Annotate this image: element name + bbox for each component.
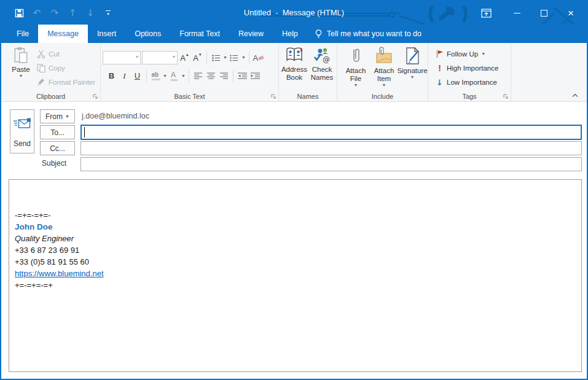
tab-help[interactable]: Help (273, 25, 307, 43)
title-bar: ↶ ↷ ↑ ↓ ▾ Untitled - Message (HTML) × (1, 1, 587, 25)
down-arrow-icon: ↓ (436, 78, 444, 87)
from-button[interactable]: From ▼ (40, 109, 75, 123)
chevron-down-icon[interactable]: ▼ (163, 74, 167, 79)
signature-icon (404, 47, 421, 65)
message-body-editor[interactable]: -=+=-=+=- John Doe Quality Engineer +33 … (9, 179, 582, 372)
ribbon-tab-bar: File Message Insert Options Format Text … (1, 25, 587, 43)
paste-label: Paste (12, 66, 29, 74)
cut-button[interactable]: Cut (37, 48, 60, 60)
signature-website-link[interactable]: https://www.bluemind.net (15, 269, 104, 278)
tell-me-search[interactable]: Tell me what you want to do (307, 25, 429, 43)
to-input[interactable] (80, 125, 582, 140)
cc-button[interactable]: Cc... (40, 141, 75, 155)
chevron-down-icon[interactable]: ▼ (241, 55, 246, 60)
copy-icon (37, 64, 45, 72)
attach-item-label-line2: Item (377, 75, 391, 83)
clear-formatting-button[interactable]: A (253, 52, 264, 64)
check-names-icon: @ (313, 47, 331, 64)
signature-separator-top: -=+=-=+=- (15, 209, 581, 221)
check-names-button[interactable]: @ Check Names (308, 47, 335, 82)
align-center-button[interactable] (205, 69, 217, 82)
separator (206, 52, 207, 64)
send-button[interactable]: Send (10, 109, 34, 153)
attach-file-button[interactable]: Attach File ▼ (342, 47, 369, 88)
font-color-button[interactable]: A (168, 69, 180, 82)
attach-item-button[interactable]: Attach Item ▼ (370, 47, 398, 88)
close-button[interactable]: × (557, 1, 584, 25)
include-group-label: Include (337, 93, 428, 100)
decrease-indent-button[interactable] (237, 69, 248, 82)
format-painter-button[interactable]: Format Painter (37, 76, 95, 88)
close-icon: × (568, 8, 574, 18)
copy-button[interactable]: Copy (37, 62, 65, 74)
follow-up-label: Follow Up (447, 50, 478, 58)
ribbon-display-options-icon (481, 9, 492, 18)
tab-message[interactable]: Message (38, 25, 88, 43)
ribbon-display-options-button[interactable] (474, 1, 498, 25)
signature-name: John Doe (15, 221, 581, 233)
ribbon: Paste ▼ Cut Copy (1, 43, 587, 102)
bullets-button[interactable] (210, 52, 222, 64)
tab-insert[interactable]: Insert (88, 25, 125, 43)
bullets-icon (212, 55, 221, 61)
cut-icon (37, 50, 45, 58)
align-left-button[interactable] (192, 69, 204, 82)
group-include: Attach File ▼ Attach Item ▼ (337, 43, 428, 101)
italic-button[interactable]: I (119, 69, 130, 82)
clipboard-group-label: Clipboard (1, 93, 100, 100)
chevron-down-icon: ▼ (481, 52, 485, 56)
cc-label: Cc... (50, 144, 65, 153)
tab-options[interactable]: Options (125, 25, 170, 43)
high-importance-button[interactable]: ! High Importance (436, 62, 498, 74)
increase-indent-icon (251, 72, 260, 79)
group-clipboard: Paste ▼ Cut Copy (1, 43, 101, 101)
collapse-ribbon-button[interactable] (571, 93, 579, 98)
follow-up-button[interactable]: Follow Up ▼ (436, 48, 485, 60)
basic-text-dialog-launcher[interactable] (270, 93, 276, 99)
maximize-icon (541, 10, 547, 17)
tags-dialog-launcher[interactable] (503, 93, 509, 99)
font-size-combo[interactable]: ▾ (142, 51, 178, 64)
bold-button[interactable]: B (106, 69, 117, 82)
font-name-combo[interactable]: ▾ (103, 51, 141, 64)
signature-button[interactable]: Signature ▼ (398, 47, 427, 80)
tab-format-text[interactable]: Format Text (170, 25, 229, 43)
tab-file[interactable]: File (7, 25, 38, 43)
chevron-down-icon: ▼ (382, 83, 386, 88)
paste-icon (13, 47, 29, 64)
address-book-button[interactable]: Address Book (281, 47, 308, 82)
format-painter-label: Format Painter (49, 79, 95, 86)
minimize-button[interactable] (503, 1, 530, 25)
to-button[interactable]: To... (40, 125, 75, 139)
lightbulb-icon (315, 29, 323, 39)
highlight-button[interactable]: ab (150, 69, 162, 82)
shrink-font-button[interactable]: A▼ (192, 52, 203, 64)
up-triangle-icon: ▲ (186, 53, 189, 56)
paste-button[interactable]: Paste ▼ (9, 47, 33, 79)
address-book-label-line1: Address (281, 66, 307, 74)
grow-font-label: A (180, 53, 186, 63)
underline-button[interactable]: U (131, 69, 143, 82)
increase-indent-button[interactable] (249, 69, 261, 82)
numbering-button[interactable] (229, 52, 240, 64)
grow-font-button[interactable]: A▲ (179, 52, 190, 64)
numbering-icon (230, 55, 238, 61)
chevron-down-icon[interactable]: ▼ (223, 55, 227, 60)
maximize-button[interactable] (530, 1, 557, 25)
signature-label: Signature (397, 67, 427, 75)
cc-input[interactable] (80, 141, 582, 155)
subject-label: Subject (42, 159, 66, 168)
subject-input[interactable] (80, 157, 582, 171)
low-importance-button[interactable]: ↓ Low Importance (436, 76, 497, 88)
separator (249, 52, 249, 64)
font-color-label: A (171, 71, 176, 79)
tab-review[interactable]: Review (229, 25, 273, 43)
signature-phone-landline: +33 (0)5 81 91 55 60 (15, 256, 581, 268)
highlight-color-bar (152, 79, 160, 80)
chevron-down-icon[interactable]: ▼ (181, 74, 186, 79)
align-right-button[interactable] (218, 69, 230, 82)
chevron-down-icon: ▼ (410, 75, 415, 80)
exclamation-icon: ! (436, 63, 444, 73)
clipboard-dialog-launcher[interactable] (92, 93, 98, 99)
clear-formatting-label: A (253, 53, 259, 63)
